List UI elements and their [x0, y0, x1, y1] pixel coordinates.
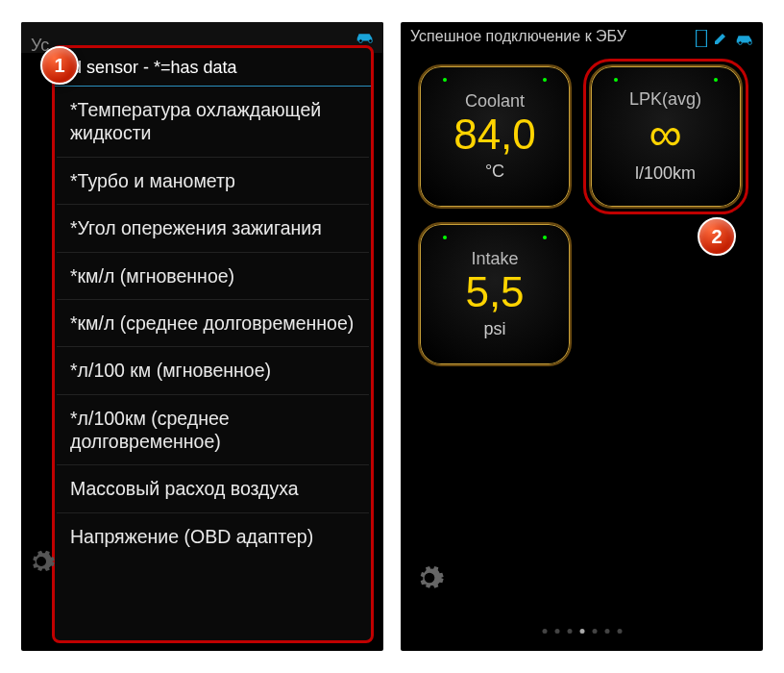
dot[interactable] — [542, 629, 547, 634]
status-icons — [355, 30, 376, 43]
svg-point-4 — [748, 41, 752, 45]
dot-active[interactable] — [579, 629, 584, 634]
gauge-value: ∞ — [649, 112, 681, 158]
gear-icon[interactable] — [414, 562, 445, 597]
screenshot-right: Успешное подключение к ЭБУ Coolant 84,0 … — [401, 22, 763, 651]
sensor-item[interactable]: Массовый расход воздуха — [57, 465, 369, 512]
car-icon — [355, 30, 376, 43]
callout-badge-1: 1 — [40, 46, 79, 85]
gauge-value: 84,0 — [453, 113, 536, 156]
edit-icon — [713, 31, 728, 46]
sensor-list: *Температура охлаждающей жидкости *Турбо… — [55, 87, 371, 560]
sensor-item[interactable]: *Угол опережения зажигания — [57, 205, 369, 252]
svg-point-0 — [359, 39, 363, 43]
sensor-item[interactable]: *Турбо и манометр — [57, 158, 369, 205]
callout-badge-2: 2 — [698, 217, 736, 256]
status-icons — [696, 30, 755, 47]
svg-point-1 — [369, 39, 373, 43]
gear-icon[interactable] — [27, 547, 56, 580]
sensor-item[interactable]: *Температура охлаждающей жидкости — [57, 87, 369, 158]
dot[interactable] — [592, 629, 597, 634]
dot[interactable] — [567, 629, 572, 634]
sensor-item[interactable]: *л/100км (среднее долговременное) — [57, 395, 369, 466]
sensor-item[interactable]: *км/л (среднее долговременное) — [57, 300, 369, 347]
gauge-lpk-avg[interactable]: LPK(avg) ∞ l/100km — [589, 64, 743, 209]
screenshot-left: Ус ld sensor - *=has data *Температура о… — [21, 22, 383, 651]
phone-icon — [696, 30, 707, 47]
gauge-coolant[interactable]: Coolant 84,0 °C — [418, 64, 572, 209]
connection-status: Успешное подключение к ЭБУ — [410, 28, 626, 45]
sensor-item[interactable]: *км/л (мгновенное) — [57, 253, 369, 300]
gauge-unit: °C — [485, 162, 504, 182]
dialog-title: ld sensor - *=has data — [55, 48, 371, 87]
sensor-dialog: ld sensor - *=has data *Температура охла… — [52, 45, 374, 643]
dot[interactable] — [604, 629, 609, 634]
svg-point-3 — [739, 41, 743, 45]
gauge-label: LPK(avg) — [629, 89, 701, 110]
svg-rect-2 — [696, 30, 706, 47]
gauge-intake[interactable]: Intake 5,5 psi — [418, 222, 572, 366]
pagination-dots[interactable] — [542, 629, 622, 634]
gauge-label: Coolant — [465, 91, 525, 112]
gauge-unit: psi — [483, 319, 505, 339]
gauge-label: Intake — [471, 249, 518, 269]
sensor-item[interactable]: Напряжение (OBD адаптер) — [57, 513, 369, 560]
gauge-value: 5,5 — [465, 271, 524, 313]
dot[interactable] — [554, 629, 559, 634]
gauge-unit: l/100km — [635, 163, 696, 184]
car-icon — [734, 32, 755, 45]
dot[interactable] — [617, 629, 622, 634]
sensor-item[interactable]: *л/100 км (мгновенное) — [57, 347, 369, 394]
